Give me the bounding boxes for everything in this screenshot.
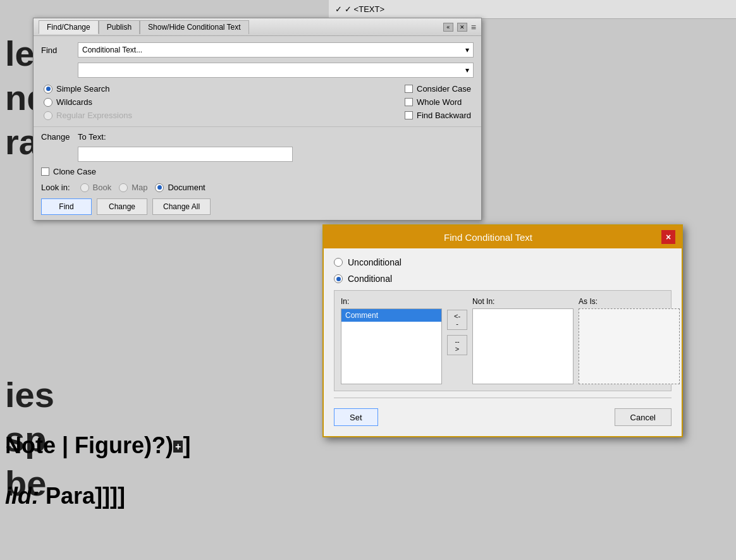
find-change-dialog: Find/Change Publish Show/Hide Conditiona…: [33, 18, 482, 221]
find-backward-label: Find Backward: [417, 111, 471, 120]
change-input[interactable]: [78, 147, 293, 162]
look-in-map[interactable]: Map: [119, 183, 147, 192]
simple-search-label: Simple Search: [56, 84, 110, 94]
look-in-row: Look in: Book Map Document: [41, 183, 474, 192]
cond-in-listbox[interactable]: Comment: [341, 308, 442, 384]
look-in-label: Look in:: [41, 183, 70, 192]
radio-simple-search[interactable]: Simple Search: [44, 84, 132, 94]
whole-word-checkbox[interactable]: [405, 98, 413, 106]
cond-in-col: In: Comment: [341, 297, 442, 384]
find-backward-checkbox[interactable]: [405, 111, 413, 119]
check-icon: ✓: [335, 4, 342, 14]
find-dropdown-1[interactable]: Conditional Text... ▾: [78, 42, 474, 58]
clone-case-checkbox[interactable]: [41, 167, 49, 176]
look-in-book-btn: [80, 183, 89, 192]
cond-radio-unconditional[interactable]: Unconditional: [334, 257, 672, 267]
find-conditional-text-dialog: Find Conditional Text × Unconditional Co…: [322, 224, 683, 437]
cond-in-label: In:: [341, 297, 442, 306]
double-arrow-icon[interactable]: «: [443, 23, 453, 32]
bg-bottom-1: Note | Figure)?)+]: [5, 432, 190, 459]
look-in-document-label: Document: [168, 183, 205, 192]
dropdown-arrow-2: ▾: [465, 66, 469, 75]
find-dropdown-value: Conditional Text...: [82, 46, 142, 54]
radio-wildcards[interactable]: Wildcards: [44, 97, 132, 107]
cond-as-is-listbox[interactable]: [579, 308, 680, 384]
find-button[interactable]: Find: [41, 198, 92, 215]
cancel-button[interactable]: Cancel: [615, 408, 672, 426]
top-bar-text: ✓ <TEXT>: [345, 4, 384, 14]
find-dropdown-2[interactable]: ▾: [78, 63, 474, 78]
cond-lists-section: In: Comment <-- --> Not In: As: [334, 290, 672, 391]
tab-find-change[interactable]: Find/Change: [39, 20, 99, 34]
clone-case-row: Clone Case: [41, 167, 474, 176]
radio-regular-expressions-btn: [44, 111, 52, 120]
bg-bottom-2: ild: Para]]]]: [5, 483, 125, 509]
search-options: Simple Search Wildcards Regular Expressi…: [41, 84, 474, 120]
find-row-1: Find Conditional Text... ▾: [41, 42, 474, 58]
change-all-button[interactable]: Change All: [152, 198, 211, 215]
menu-icon[interactable]: ≡: [471, 22, 476, 32]
whole-word-label: Whole Word: [417, 97, 462, 107]
consider-case-label: Consider Case: [417, 84, 471, 94]
tab-publish[interactable]: Publish: [99, 20, 140, 34]
cond-titlebar: Find Conditional Text ×: [324, 226, 682, 248]
cond-lists-row: In: Comment <-- --> Not In: As: [341, 297, 665, 384]
find-change-buttons: Find Change Change All: [41, 198, 474, 215]
change-section: Change To Text: Clone Case Look in: Book…: [34, 126, 481, 220]
bg-line-4: ies: [5, 373, 60, 417]
cond-radio-conditional[interactable]: Conditional: [334, 274, 672, 284]
look-in-book[interactable]: Book: [80, 183, 112, 192]
checkbox-whole-word[interactable]: Whole Word: [405, 97, 471, 107]
cond-as-is-col: As Is:: [579, 297, 680, 384]
search-left-options: Simple Search Wildcards Regular Expressi…: [44, 84, 132, 120]
radio-simple-search-btn[interactable]: [44, 85, 52, 94]
radio-wildcards-btn[interactable]: [44, 98, 52, 107]
tab-show-hide-conditional[interactable]: Show/Hide Conditional Text: [140, 20, 249, 34]
find-body: Find Conditional Text... ▾ ▾ Simple Sear…: [34, 36, 481, 126]
radio-regular-expressions: Regular Expressions: [44, 111, 132, 120]
top-bar: ✓ ✓ <TEXT>: [329, 0, 736, 19]
cond-close-button[interactable]: ×: [661, 230, 675, 244]
checkbox-consider-case[interactable]: Consider Case: [405, 84, 471, 94]
cond-not-in-col: Not In:: [472, 297, 573, 384]
conditional-label: Conditional: [348, 274, 392, 284]
find-change-titlebar: Find/Change Publish Show/Hide Conditiona…: [34, 18, 481, 36]
change-label: Change: [41, 132, 73, 142]
find-label: Find: [41, 46, 73, 55]
arrow-left-button[interactable]: <--: [447, 310, 467, 330]
find-row-2: ▾: [41, 63, 474, 78]
close-dialog-icon[interactable]: ✕: [457, 23, 467, 32]
cond-buttons: Set Cancel: [334, 403, 672, 427]
change-row-2: [41, 147, 474, 162]
search-right-options: Consider Case Whole Word Find Backward: [405, 84, 471, 120]
change-row-1: Change To Text:: [41, 132, 474, 142]
dialog-title-icons: « ✕ ≡: [443, 22, 476, 32]
clone-case-label: Clone Case: [53, 167, 96, 176]
checkbox-find-backward[interactable]: Find Backward: [405, 111, 471, 120]
consider-case-checkbox[interactable]: [405, 85, 413, 93]
dropdown-arrow-1: ▾: [465, 46, 469, 54]
cond-arrows: <-- -->: [442, 310, 472, 355]
cond-dialog-title: Find Conditional Text: [330, 232, 646, 243]
conditional-radio[interactable]: [334, 274, 343, 283]
arrow-right-button[interactable]: -->: [447, 335, 467, 355]
unconditional-radio[interactable]: [334, 258, 343, 267]
cond-as-is-label: As Is:: [579, 297, 680, 306]
change-button[interactable]: Change: [97, 198, 147, 215]
unconditional-label: Unconditional: [348, 257, 402, 267]
dialog-tabs: Find/Change Publish Show/Hide Conditiona…: [39, 20, 443, 34]
cond-body: Unconditional Conditional In: Comment <-…: [324, 248, 682, 436]
cond-in-item-comment[interactable]: Comment: [341, 309, 441, 322]
regular-expressions-label: Regular Expressions: [56, 111, 132, 120]
look-in-book-label: Book: [93, 183, 112, 192]
look-in-document-btn[interactable]: [155, 183, 164, 192]
to-text-label: To Text:: [78, 132, 106, 142]
cond-not-in-listbox[interactable]: [472, 308, 573, 384]
look-in-document[interactable]: Document: [155, 183, 205, 192]
cond-separator: [334, 398, 672, 398]
wildcards-label: Wildcards: [56, 97, 92, 107]
set-button[interactable]: Set: [334, 408, 378, 426]
look-in-map-label: Map: [132, 183, 147, 192]
cond-not-in-label: Not In:: [472, 297, 573, 306]
look-in-map-btn: [119, 183, 128, 192]
